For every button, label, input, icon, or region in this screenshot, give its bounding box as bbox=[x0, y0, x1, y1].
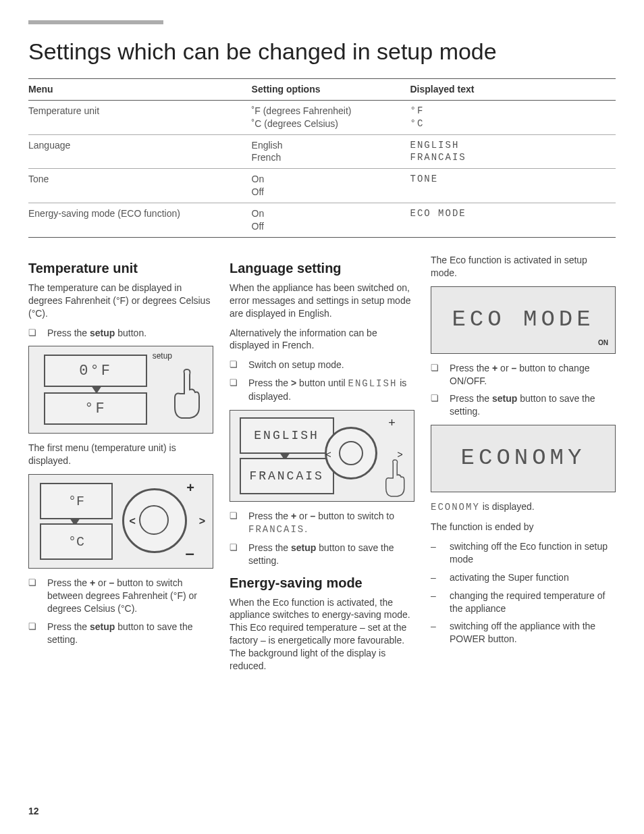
cell-menu: Tone bbox=[28, 169, 252, 203]
text: or bbox=[498, 363, 511, 373]
text: button. bbox=[115, 328, 146, 338]
lcd-cell-top: °F bbox=[40, 483, 112, 519]
cell-displayed: °F °C bbox=[410, 100, 616, 134]
lcd-text: ENGLISH bbox=[348, 378, 398, 389]
figure-temp-setup: setup 0°F °F bbox=[28, 346, 213, 434]
hand-icon bbox=[380, 458, 411, 498]
text: Press the bbox=[450, 363, 492, 373]
table-row: Energy-saving mode (ECO function) On Off… bbox=[28, 203, 616, 238]
step-item: Press the setup button to save the setti… bbox=[28, 621, 213, 646]
text-bold: + bbox=[90, 577, 95, 588]
col-language-energy: Language setting When the appliance has … bbox=[230, 254, 414, 679]
step-item: Press the > button until ENGLISH is disp… bbox=[230, 377, 414, 403]
cell-menu: Energy-saving mode (ECO function) bbox=[28, 203, 252, 238]
text: Press the bbox=[47, 328, 90, 338]
page: Settings which can be changed in setup m… bbox=[0, 0, 644, 834]
settings-table: Menu Setting options Displayed text Temp… bbox=[28, 78, 616, 238]
th-menu: Menu bbox=[28, 78, 252, 100]
cell-displayed: ECO MODE bbox=[410, 203, 616, 238]
language-p2: Alternatively the information can be dis… bbox=[230, 327, 414, 353]
text-bold: setup bbox=[90, 621, 115, 632]
figure-language: ENGLISH FRANCAIS + – < > bbox=[230, 410, 414, 502]
heading-energy: Energy-saving mode bbox=[230, 574, 414, 592]
figure-temp-dial: °F °C + – < > bbox=[28, 474, 213, 569]
cell-options: On Off bbox=[252, 169, 410, 203]
text: Press the bbox=[47, 577, 90, 588]
hand-icon bbox=[171, 367, 205, 421]
th-displayed: Displayed text bbox=[410, 78, 616, 100]
text-bold: setup bbox=[492, 393, 517, 404]
col-temperature: Temperature unit The temperature can be … bbox=[28, 254, 213, 679]
text-bold: + bbox=[291, 511, 296, 521]
text-bold: > bbox=[291, 377, 296, 388]
text: or bbox=[95, 577, 109, 588]
text-bold: + bbox=[492, 363, 498, 373]
text: is displayed. bbox=[480, 501, 535, 512]
step-item: Switch on setup mode. bbox=[230, 359, 414, 371]
page-title: Settings which can be changed in setup m… bbox=[28, 36, 616, 68]
lcd-cell-bottom: °C bbox=[40, 523, 112, 560]
step-item: Press the setup button to save the setti… bbox=[431, 392, 616, 418]
heading-language: Language setting bbox=[230, 259, 414, 278]
temperature-intro: The temperature can be displayed in degr… bbox=[28, 282, 213, 320]
lcd-text: ECONOMY bbox=[461, 443, 586, 474]
table-row: Temperature unit ˚F (degrees Fahrenheit)… bbox=[28, 100, 616, 134]
cell-options: ˚F (degrees Fahrenheit) ˚C (degrees Cels… bbox=[252, 100, 410, 134]
eco-end-intro: The function is ended by bbox=[431, 521, 616, 533]
text: button until bbox=[296, 377, 348, 388]
cell-options: On Off bbox=[252, 203, 410, 238]
on-badge: ON bbox=[598, 338, 608, 348]
text: . bbox=[304, 523, 307, 534]
table-row: Tone On Off TONE bbox=[28, 169, 616, 203]
text: Press the bbox=[248, 542, 291, 553]
cell-menu: Language bbox=[28, 134, 252, 169]
plus-icon: + bbox=[388, 415, 396, 431]
lcd-cell-top: 0°F bbox=[44, 355, 148, 387]
chevron-right-icon: > bbox=[199, 514, 205, 529]
step-item: Press the setup button. bbox=[28, 327, 213, 340]
lcd-cell-bottom: °F bbox=[44, 392, 148, 425]
lcd-cell-bottom: FRANCAIS bbox=[240, 458, 334, 494]
text: Press the bbox=[450, 393, 492, 404]
table-row: Language English French ENGLISH FRANCAIS bbox=[28, 134, 616, 169]
lcd-text: FRANCAIS bbox=[248, 524, 304, 535]
text: button to switch to bbox=[315, 511, 394, 521]
minus-icon: – bbox=[185, 542, 194, 564]
step-item: Press the setup button to save the setti… bbox=[230, 542, 414, 567]
cell-displayed: ENGLISH FRANCAIS bbox=[410, 134, 616, 169]
text-bold: setup bbox=[90, 328, 115, 338]
text: Press the bbox=[47, 621, 90, 632]
dash-item: changing the required temperature of the… bbox=[431, 590, 616, 615]
heading-temperature: Temperature unit bbox=[28, 259, 213, 278]
figure-economy: ECONOMY bbox=[431, 425, 616, 492]
plus-icon: + bbox=[186, 479, 194, 497]
text-bold: setup bbox=[291, 542, 316, 553]
text: Press the bbox=[248, 377, 291, 388]
decorative-bar bbox=[28, 20, 163, 24]
chevron-left-icon: < bbox=[325, 448, 331, 461]
page-number: 12 bbox=[28, 805, 39, 818]
lcd-cell-top: ENGLISH bbox=[240, 417, 334, 454]
columns: Temperature unit The temperature can be … bbox=[28, 254, 616, 679]
th-options: Setting options bbox=[252, 78, 410, 100]
lcd-text: ECONOMY bbox=[431, 502, 480, 513]
language-p1: When the appliance has been switched on,… bbox=[230, 282, 414, 320]
figure-eco-mode: ECO MODE ON bbox=[431, 286, 616, 354]
lcd-text: ECO MODE bbox=[452, 305, 594, 336]
cell-menu: Temperature unit bbox=[28, 100, 252, 134]
text: Press the bbox=[248, 511, 291, 521]
dash-item: switching off the appliance with the POW… bbox=[431, 620, 616, 646]
dash-item: activating the Super function bbox=[431, 571, 616, 584]
text: or bbox=[296, 511, 310, 521]
chevron-left-icon: < bbox=[129, 514, 135, 529]
setup-label: setup bbox=[153, 350, 172, 361]
step-item: Press the + or – button to change ON/OFF… bbox=[431, 362, 616, 388]
eco-p2: The Eco function is activated in setup m… bbox=[431, 254, 616, 280]
cell-options: English French bbox=[252, 134, 410, 169]
eco-p1: When the Eco function is activated, the … bbox=[230, 596, 414, 673]
cell-displayed: TONE bbox=[410, 169, 616, 203]
eco-after-fig2: ECONOMY is displayed. bbox=[431, 500, 616, 514]
dash-item: switching off the Eco function in setup … bbox=[431, 540, 616, 566]
col-eco: The Eco function is activated in setup m… bbox=[431, 254, 616, 679]
step-item: Press the + or – button to switch betwee… bbox=[28, 577, 213, 615]
